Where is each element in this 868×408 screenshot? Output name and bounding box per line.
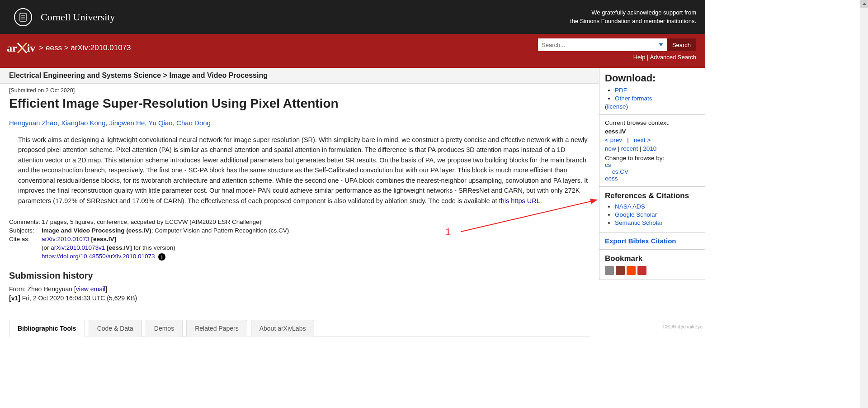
arxiv-x-icon — [16, 41, 28, 55]
submission-from: From: Zhao Hengyuan [view email] — [9, 285, 590, 293]
cornell-header: Cornell University We gratefully acknowl… — [0, 0, 705, 34]
references-box: References & Citations NASA ADS Google S… — [599, 187, 705, 232]
search-area: All fields Search Help | Advanced Search — [538, 38, 696, 61]
view-email-link[interactable]: view email — [76, 285, 105, 293]
download-other-link[interactable]: Other formats — [615, 95, 652, 102]
chevron-down-icon — [659, 43, 663, 46]
citeas-value: arXiv:2010.01073 [eess.IV] — [42, 236, 116, 242]
references-heading: References & Citations — [605, 191, 700, 200]
search-field-label: All fields — [619, 42, 641, 48]
citeas-id-link[interactable]: arXiv:2010.01073 — [42, 236, 90, 242]
author-link[interactable]: Xiangtao Kong — [61, 119, 105, 127]
prev-link[interactable]: < prev — [605, 137, 622, 143]
main-column: Electrical Engineering and Systems Scien… — [0, 68, 599, 355]
download-heading: Download: — [605, 72, 700, 84]
doi-row: https://doi.org/10.48550/arXiv.2010.0107… — [42, 253, 165, 260]
info-icon[interactable]: i — [158, 253, 165, 261]
code-url-link[interactable]: this https URL — [499, 197, 540, 204]
browse-cs-link[interactable]: cs — [605, 161, 611, 168]
author-link[interactable]: Chao Dong — [176, 119, 211, 127]
subject-bar: Electrical Engineering and Systems Scien… — [0, 68, 599, 84]
tabs-row: Bibliographic Tools Code & Data Demos Re… — [9, 320, 590, 337]
paper-title: Efficient Image Super-Resolution Using P… — [9, 96, 590, 111]
current-context-label: Current browse context: — [605, 119, 700, 126]
tab-related-papers[interactable]: Related Papers — [186, 320, 247, 337]
watermark: CSDN @chaikeya — [662, 324, 703, 329]
breadcrumb-eess[interactable]: eess — [46, 43, 62, 52]
abstract: This work aims at designing a lightweigh… — [9, 135, 590, 206]
recent-link[interactable]: recent — [621, 145, 638, 152]
bookmark-heading: Bookmark — [605, 254, 700, 263]
tab-body — [9, 337, 590, 346]
author-link[interactable]: Yu Qiao — [148, 119, 172, 127]
meta-table: Comments: 17 pages, 5 figures, conferenc… — [9, 218, 590, 260]
submission-v1: [v1] Fri, 2 Oct 2020 16:04:33 UTC (5,629… — [9, 294, 590, 302]
cornell-name: Cornell University — [41, 11, 115, 23]
submission-history-heading: Submission history — [9, 270, 590, 281]
export-bibtex-link[interactable]: Export Bibtex Citation — [605, 237, 676, 245]
ack-line-1: We gratefully acknowledge support from — [570, 9, 696, 17]
mendeley-icon[interactable] — [616, 266, 625, 275]
citeas-v1-link[interactable]: arXiv:2010.01073v1 — [51, 244, 105, 251]
browse-context-box: Current browse context: eess.IV < prev |… — [599, 115, 705, 187]
arxiv-logo[interactable]: ar iv — [7, 41, 35, 55]
cornell-seal-icon — [14, 8, 33, 27]
search-button[interactable]: Search — [667, 38, 696, 51]
tab-bibliographic-tools[interactable]: Bibliographic Tools — [9, 320, 85, 337]
browse-eess-link[interactable]: eess — [605, 175, 618, 182]
tab-demos[interactable]: Demos — [146, 320, 183, 337]
help-link[interactable]: Help — [633, 54, 646, 61]
citeas-label: Cite as: — [9, 236, 42, 242]
breadcrumb: > eess > arXiv:2010.01073 — [39, 43, 131, 52]
author-link[interactable]: Jingwen He — [109, 119, 145, 127]
export-box: Export Bibtex Citation — [599, 232, 705, 250]
ack-line-2: the Simons Foundation and member institu… — [570, 17, 696, 25]
abstract-text: This work aims at designing a lightweigh… — [18, 136, 588, 204]
citeas-version: (or arXiv:2010.01073v1 [eess.IV] for thi… — [42, 244, 175, 251]
search-field-select[interactable]: All fields — [615, 38, 667, 51]
browse-cscv-link[interactable]: cs.CV — [612, 168, 628, 175]
tab-code-data[interactable]: Code & Data — [89, 320, 142, 337]
sidebar: Download: PDF Other formats (license) Cu… — [599, 68, 705, 280]
submission-date: [Submitted on 2 Oct 2020] — [9, 87, 590, 94]
download-pdf-link[interactable]: PDF — [615, 87, 627, 94]
subjects-label: Subjects: — [9, 227, 42, 234]
acknowledgement-text: We gratefully acknowledge support from t… — [570, 9, 696, 25]
semantic-scholar-link[interactable]: Semantic Scholar — [615, 219, 663, 226]
breadcrumb-paper-id[interactable]: arXiv:2010.01073 — [71, 43, 131, 52]
context-category: eess.IV — [605, 128, 700, 135]
bookmark-box: Bookmark — [599, 250, 705, 280]
reddit-icon[interactable] — [627, 266, 636, 275]
sciencewise-icon[interactable] — [637, 266, 646, 275]
authors: Hengyuan Zhao, Xiangtao Kong, Jingwen He… — [9, 119, 590, 127]
comments-value: 17 pages, 5 figures, conference, accpete… — [42, 218, 261, 225]
new-link[interactable]: new — [605, 145, 616, 152]
license-link[interactable]: license — [607, 103, 626, 110]
subjects-value: Image and Video Processing (eess.IV); Co… — [42, 227, 289, 234]
tab-about-arxivlabs[interactable]: About arXivLabs — [251, 320, 315, 337]
download-box: Download: PDF Other formats (license) — [599, 68, 705, 115]
author-link[interactable]: Hengyuan Zhao — [9, 119, 57, 127]
comments-label: Comments: — [9, 218, 42, 225]
arxiv-banner: ar iv > eess > arXiv:2010.01073 All fiel… — [0, 34, 705, 68]
advanced-search-link[interactable]: Advanced Search — [650, 54, 696, 61]
cornell-brand[interactable]: Cornell University — [14, 8, 115, 27]
change-browse-label: Change to browse by: — [605, 155, 700, 161]
nasa-ads-link[interactable]: NASA ADS — [615, 203, 645, 210]
year-link[interactable]: 2010 — [643, 145, 656, 152]
next-link[interactable]: next > — [634, 137, 651, 143]
content-columns: Electrical Engineering and Systems Scien… — [0, 68, 705, 355]
google-scholar-link[interactable]: Google Scholar — [615, 211, 657, 218]
bibsonomy-icon[interactable] — [605, 266, 614, 275]
search-input[interactable] — [538, 38, 615, 51]
doi-link[interactable]: https://doi.org/10.48550/arXiv.2010.0107… — [42, 253, 155, 260]
